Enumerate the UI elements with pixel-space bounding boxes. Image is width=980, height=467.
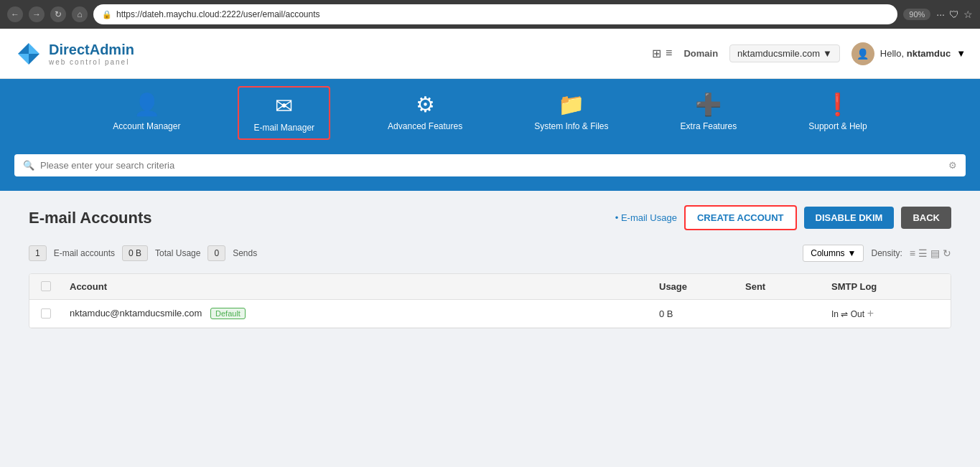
home-btn[interactable]: ⌂ — [72, 6, 88, 22]
search-icon: 🔍 — [23, 160, 34, 171]
nav-label-account-manager: Account Manager — [113, 121, 180, 131]
bookmark-icon[interactable]: ☆ — [963, 9, 973, 20]
nav-item-system-info[interactable]: 📁 System Info & Files — [520, 86, 622, 140]
expand-icon[interactable]: + — [867, 307, 874, 319]
density-icons: ≡ ☰ ▤ ↻ — [910, 247, 951, 259]
account-email: nktamduc@nktamducsmile.com — [70, 308, 202, 319]
user-name: nktamduc — [907, 48, 951, 59]
lock-icon: 🔒 — [102, 10, 112, 19]
table-header: Account Usage Sent SMTP Log — [29, 274, 951, 300]
address-bar[interactable]: 🔒 https://dateh.maychu.cloud:2222/user/e… — [93, 4, 897, 24]
user-avatar: 👤 — [851, 42, 874, 65]
disable-dkim-button[interactable]: DISABLE DKIM — [804, 207, 895, 229]
top-header: DirectAdmin web control panel ⊞ ≡ Domain… — [0, 29, 980, 79]
stats-right: Columns ▼ Density: ≡ ☰ ▤ ↻ — [803, 245, 951, 262]
header-smtp-log: SMTP Log — [831, 281, 939, 292]
logo-name: DirectAdmin — [49, 42, 134, 58]
header-usage: Usage — [659, 281, 745, 292]
list-view-icon[interactable]: ≡ — [666, 47, 672, 60]
system-info-icon: 📁 — [558, 92, 584, 117]
svg-marker-0 — [18, 43, 29, 54]
density-label: Density: — [871, 248, 902, 258]
user-greeting: Hello, nktamduc — [880, 48, 951, 59]
nav-bar: 👤 Account Manager ✉ E-mail Manager ⚙ Adv… — [0, 79, 980, 147]
zoom-level: 90% — [903, 9, 930, 20]
sends-label: Sends — [233, 248, 257, 258]
density-loose-icon[interactable]: ▤ — [930, 247, 940, 259]
nav-item-advanced-features[interactable]: ⚙ Advanced Features — [373, 86, 477, 140]
total-usage-label: Total Usage — [155, 248, 200, 258]
svg-marker-3 — [29, 54, 39, 65]
columns-chevron-icon: ▼ — [848, 248, 857, 258]
chevron-down-icon: ▼ — [823, 48, 832, 59]
section-title: E-mail Accounts — [29, 209, 152, 227]
user-chevron-icon: ▼ — [956, 48, 966, 59]
sends-badge: 0 — [207, 245, 225, 261]
row-usage: 0 B — [659, 308, 745, 319]
logo-icon — [14, 39, 43, 68]
row-checkbox-col — [41, 308, 70, 319]
columns-button[interactable]: Columns ▼ — [803, 245, 864, 262]
logo-sub: web control panel — [49, 58, 134, 66]
search-input[interactable] — [40, 160, 943, 171]
default-badge: Default — [210, 308, 246, 319]
nav-item-support-help[interactable]: ❗ Support & Help — [794, 86, 881, 140]
row-smtp-log: In ⇌ Out + — [831, 307, 939, 320]
support-help-icon: ❗ — [824, 92, 851, 117]
email-count-label: E-mail accounts — [54, 248, 115, 258]
email-count-badge: 1 — [29, 245, 47, 261]
stats-row: 1 E-mail accounts 0 B Total Usage 0 Send… — [29, 245, 951, 262]
nav-label-system-info: System Info & Files — [534, 121, 608, 131]
nav-item-account-manager[interactable]: 👤 Account Manager — [98, 86, 195, 140]
density-refresh-icon[interactable]: ↻ — [943, 247, 951, 259]
section-actions: • E-mail Usage CREATE ACCOUNT DISABLE DK… — [615, 205, 951, 230]
svg-marker-1 — [29, 43, 39, 54]
svg-marker-2 — [18, 54, 29, 65]
header-account: Account — [70, 281, 659, 292]
shield-icon[interactable]: 🛡 — [949, 9, 959, 20]
domain-label: Domain — [683, 48, 718, 59]
view-icons: ⊞ ≡ — [652, 47, 672, 60]
accounts-table: Account Usage Sent SMTP Log nktamduc@nkt… — [29, 273, 951, 329]
back-button[interactable]: BACK — [901, 207, 951, 229]
email-manager-icon: ✉ — [275, 93, 293, 118]
advanced-features-icon: ⚙ — [416, 92, 435, 117]
table-row: nktamduc@nktamducsmile.com Default 0 B I… — [29, 300, 951, 328]
header-checkbox-col — [41, 281, 70, 292]
select-all-checkbox[interactable] — [41, 281, 51, 291]
search-bar: 🔍 ⚙ — [14, 154, 966, 176]
nav-label-advanced-features: Advanced Features — [388, 121, 462, 131]
header-sent: Sent — [745, 281, 831, 292]
url-text: https://dateh.maychu.cloud:2222/user/ema… — [116, 9, 320, 19]
nav-item-email-manager[interactable]: ✉ E-mail Manager — [238, 86, 330, 140]
browser-action-icons: ··· 🛡 ☆ — [936, 9, 973, 20]
columns-label: Columns — [811, 248, 844, 258]
stats-left: 1 E-mail accounts 0 B Total Usage 0 Send… — [29, 245, 257, 261]
refresh-btn[interactable]: ↻ — [50, 6, 66, 22]
back-btn[interactable]: ← — [7, 6, 23, 22]
row-checkbox[interactable] — [41, 308, 51, 319]
total-usage-badge: 0 B — [122, 245, 148, 261]
forward-btn[interactable]: → — [29, 6, 45, 22]
nav-label-email-manager: E-mail Manager — [253, 123, 314, 133]
smtp-log-value: In ⇌ Out — [831, 309, 864, 319]
more-icon[interactable]: ··· — [936, 9, 945, 20]
logo-text: DirectAdmin web control panel — [49, 42, 134, 66]
grid-view-icon[interactable]: ⊞ — [652, 47, 661, 60]
account-manager-icon: 👤 — [134, 92, 160, 117]
header-right: ⊞ ≡ Domain nktamducsmile.com ▼ 👤 Hello, … — [652, 42, 966, 65]
domain-selector[interactable]: nktamducsmile.com ▼ — [729, 44, 840, 62]
user-area[interactable]: 👤 Hello, nktamduc ▼ — [851, 42, 966, 65]
density-compact-icon[interactable]: ≡ — [910, 247, 915, 259]
density-medium-icon[interactable]: ☰ — [918, 247, 928, 259]
main-content: E-mail Accounts • E-mail Usage CREATE AC… — [0, 191, 980, 463]
create-account-button[interactable]: CREATE ACCOUNT — [684, 205, 797, 230]
search-bar-wrapper: 🔍 ⚙ — [0, 147, 980, 191]
footer: Dashboard > E-mail Accounts Language Eng… — [0, 463, 980, 467]
nav-item-extra-features[interactable]: ➕ Extra Features — [666, 86, 752, 140]
logo-area: DirectAdmin web control panel — [14, 39, 652, 68]
settings-icon[interactable]: ⚙ — [948, 160, 957, 171]
section-header: E-mail Accounts • E-mail Usage CREATE AC… — [29, 205, 951, 230]
nav-label-support-help: Support & Help — [808, 121, 867, 131]
email-usage-link[interactable]: • E-mail Usage — [615, 212, 677, 223]
